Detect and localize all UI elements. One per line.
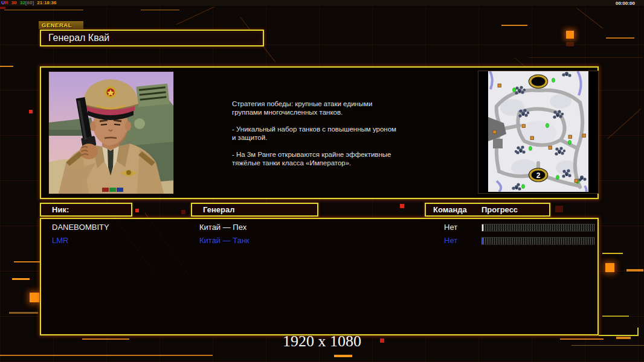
bg-decoration bbox=[602, 253, 623, 254]
bg-decoration bbox=[4, 10, 83, 10]
players-panel: DANEBOMBITY Китай — Пех Нет LMR Китай — … bbox=[40, 218, 599, 335]
progress-marker bbox=[482, 238, 483, 244]
debug-readout: UR 30 32[60] 21:18:36 bbox=[1, 0, 58, 5]
debug-clock: 21:18:36 bbox=[37, 0, 56, 5]
bg-decoration bbox=[501, 25, 527, 26]
minimap-image: 2 bbox=[488, 71, 588, 192]
debug-r: R bbox=[5, 0, 8, 5]
player-row: LMR Китай — Танк Нет bbox=[41, 235, 597, 247]
debug-u: U bbox=[1, 0, 5, 5]
bg-decoration bbox=[606, 37, 634, 39]
bg-decoration bbox=[334, 355, 352, 357]
player-row: DANEBOMBITY Китай — Пех Нет bbox=[41, 221, 597, 233]
player-nick: LMR bbox=[52, 236, 68, 245]
debug-cap-max: [60] bbox=[25, 0, 34, 5]
progress-header-label: Прогресс bbox=[481, 204, 518, 215]
debug-fps: 30 bbox=[11, 0, 17, 5]
bg-orange-square bbox=[30, 293, 39, 302]
bg-diagonal-line bbox=[607, 109, 641, 139]
bg-diagonal-line bbox=[529, 57, 643, 58]
bg-decoration bbox=[0, 66, 13, 67]
player-progress-bar bbox=[481, 224, 595, 232]
general-name: Генерал Квай bbox=[48, 31, 109, 45]
bg-decoration bbox=[0, 355, 213, 356]
bg-red-square bbox=[181, 210, 185, 214]
resolution-label: 1920 x 1080 bbox=[0, 332, 644, 351]
player-general: Китай — Танк bbox=[199, 236, 250, 245]
general-portrait-image bbox=[49, 72, 173, 194]
player-team: Нет bbox=[444, 236, 457, 245]
briefing-paragraph: - Уникальный набор танков с повышенным у… bbox=[232, 125, 437, 142]
player-progress-bar bbox=[481, 237, 595, 245]
start-marker-2: 2 bbox=[529, 168, 548, 182]
general-portrait bbox=[48, 71, 174, 194]
minimap: 2 bbox=[478, 71, 599, 194]
player-general: Китай — Пех bbox=[199, 223, 246, 232]
team-header-label: Команда bbox=[433, 204, 467, 215]
nick-header-label: Ник: bbox=[52, 204, 69, 215]
progress-marker bbox=[482, 224, 483, 231]
briefing-text: Стратегия победы: крупные атаки едиными … bbox=[232, 100, 437, 176]
start-marker-1 bbox=[529, 75, 548, 88]
bg-diagonal-line bbox=[576, 8, 603, 29]
bg-decoration bbox=[9, 312, 38, 314]
general-header-box: Генерал bbox=[191, 203, 318, 217]
bg-decoration bbox=[602, 316, 629, 317]
bg-decoration bbox=[12, 278, 30, 280]
general-info-panel: Стратегия победы: крупные атаки едиными … bbox=[40, 66, 599, 199]
bg-decoration bbox=[141, 10, 179, 10]
general-name-box: Генерал Квай bbox=[40, 30, 264, 46]
start-marker-2-label: 2 bbox=[536, 171, 541, 180]
player-team: Нет bbox=[444, 223, 457, 232]
general-header-label: Генерал bbox=[203, 204, 234, 215]
player-nick: DANEBOMBITY bbox=[52, 223, 109, 232]
general-tab-label: GENERAL bbox=[39, 21, 83, 29]
bg-decoration bbox=[626, 269, 643, 272]
debug-cap: 32 bbox=[20, 0, 25, 5]
bg-red-square bbox=[135, 209, 139, 212]
team-progress-header-box: Команда Прогресс bbox=[425, 203, 550, 217]
match-timer: 00:00:00 bbox=[616, 1, 635, 6]
bg-decoration bbox=[566, 42, 574, 46]
briefing-paragraph: Стратегия победы: крупные атаки едиными … bbox=[232, 100, 437, 116]
briefing-paragraph: - На 3м Ранге открываются крайне эффекти… bbox=[232, 150, 437, 167]
bg-decoration bbox=[14, 261, 40, 262]
bg-red-square bbox=[29, 110, 33, 113]
top-bar: UR 30 32[60] 21:18:36 00:00:00 bbox=[0, 0, 644, 7]
bg-orange-square bbox=[566, 31, 574, 39]
nick-header-box: Ник: bbox=[40, 203, 132, 217]
bg-orange-square bbox=[605, 263, 614, 272]
bg-red-square bbox=[400, 204, 404, 208]
bg-red-square bbox=[555, 206, 563, 212]
